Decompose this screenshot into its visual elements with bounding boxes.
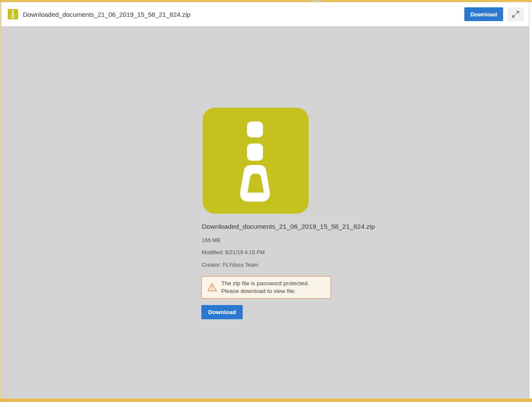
- header-filename: Downloaded_documents_21_06_2019_15_58_21…: [23, 11, 464, 18]
- password-warning: The zip file is password protected. Plea…: [201, 276, 331, 299]
- warning-triangle-icon: [207, 283, 217, 292]
- file-size: 165 MB: [202, 237, 220, 243]
- zip-file-icon: [8, 9, 18, 19]
- download-button-main[interactable]: Download: [201, 305, 243, 319]
- file-modified: Modified: 6/21/19 4:15 PM: [202, 249, 265, 256]
- expand-button[interactable]: [507, 7, 524, 21]
- warning-text: The zip file is password protected. Plea…: [221, 280, 309, 295]
- window-frame-right: [529, 2, 532, 399]
- preview-header: Downloaded_documents_21_06_2019_15_58_21…: [1, 2, 529, 27]
- expand-icon: [511, 10, 520, 19]
- preview-body: Downloaded_documents_21_06_2019_15_58_21…: [1, 27, 529, 399]
- window-frame-notch: [310, 0, 322, 2]
- zip-file-icon-large: [203, 108, 309, 214]
- file-name: Downloaded_documents_21_06_2019_15_58_21…: [202, 223, 460, 231]
- file-creator: Creator: FLYdocs Team: [202, 262, 258, 268]
- warning-line-2: Please download to view file.: [221, 287, 309, 295]
- window-frame-bottom: [0, 399, 532, 402]
- warning-line-1: The zip file is password protected.: [221, 280, 309, 287]
- download-button-header[interactable]: Download: [464, 7, 503, 21]
